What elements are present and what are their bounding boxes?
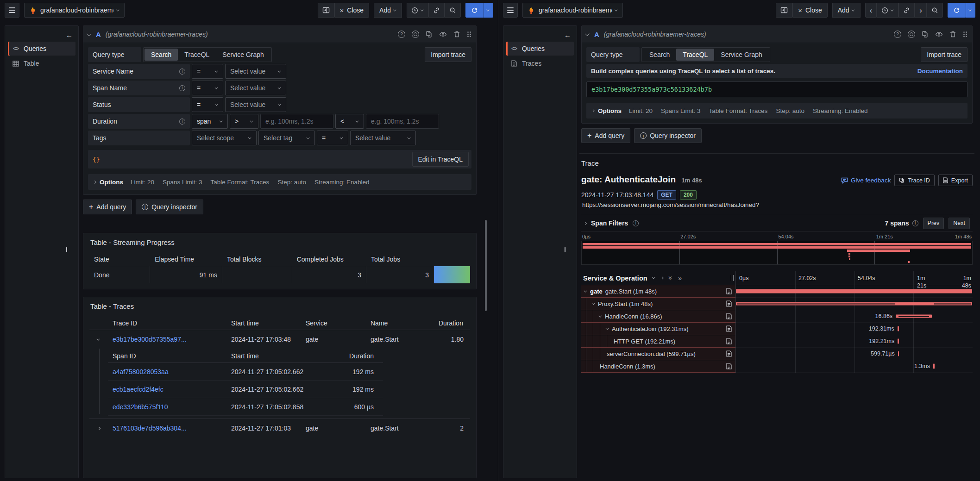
zoom-out-button[interactable]: [445, 3, 461, 18]
span-row[interactable]: AuthenticateJoin (192.31ms) 192.31ms: [581, 323, 973, 335]
close-pane-button[interactable]: ×Close: [792, 3, 828, 18]
trash-icon[interactable]: [949, 31, 956, 38]
collapse-outline-button[interactable]: ←: [66, 31, 73, 39]
log-icon[interactable]: [726, 338, 732, 344]
mega-menu-button[interactable]: [503, 3, 518, 18]
log-icon[interactable]: [726, 313, 732, 319]
run-query-interval-button[interactable]: [484, 3, 493, 18]
span-bar[interactable]: [898, 351, 899, 356]
tab-traceql[interactable]: TraceQL: [676, 49, 714, 61]
history-icon[interactable]: [908, 31, 915, 38]
tags-tag-select[interactable]: Select tag: [258, 131, 315, 145]
span-filters-bar[interactable]: Span Filters i 7 spans i Prev Next: [581, 215, 973, 231]
row-expand-toggle[interactable]: [89, 330, 108, 349]
run-query-button[interactable]: [948, 3, 966, 18]
export-button[interactable]: Export: [938, 175, 973, 186]
log-icon[interactable]: [726, 288, 732, 294]
copy-icon[interactable]: [426, 31, 433, 38]
span-row[interactable]: serverConnection.dial (599.71µs) 599.71µ…: [581, 348, 973, 360]
span-bar[interactable]: [736, 289, 973, 294]
eye-icon[interactable]: [935, 31, 943, 37]
copy-link-button[interactable]: [428, 3, 445, 18]
copy-icon[interactable]: [922, 31, 929, 38]
query-row-header[interactable]: A (grafanacloud-robinbraemer-traces) ?: [582, 26, 972, 43]
span-bar[interactable]: [898, 326, 899, 331]
duration-gt-select[interactable]: >: [230, 114, 258, 129]
expand-one-icon[interactable]: [661, 277, 663, 279]
chevron-down-icon[interactable]: [599, 314, 602, 317]
span-name-value-select[interactable]: Select value: [225, 81, 286, 95]
trace-id-link[interactable]: e3b17be300d57355a97...: [113, 336, 187, 343]
duration-max-input[interactable]: [366, 114, 439, 129]
copy-link-button[interactable]: [898, 3, 915, 18]
span-id-link[interactable]: ecb1aecfcd2f4efc: [113, 386, 163, 393]
tags-operator-select[interactable]: =: [317, 131, 348, 145]
span-bar[interactable]: [736, 302, 972, 306]
split-view-button[interactable]: [318, 3, 334, 18]
scrollbar-thumb[interactable]: [485, 220, 487, 311]
duration-min-input[interactable]: [260, 114, 333, 129]
service-name-value-select[interactable]: Select value: [225, 64, 286, 79]
zoom-out-button[interactable]: [927, 3, 943, 18]
expand-all-icon[interactable]: »: [678, 275, 682, 281]
tags-scope-select[interactable]: Select scope: [192, 131, 257, 145]
time-shift-forward-button[interactable]: ›: [915, 3, 927, 18]
log-icon[interactable]: [726, 300, 732, 307]
datasource-picker[interactable]: grafanacloud-robinbraemer: [24, 3, 125, 18]
span-id-link[interactable]: a4af7580028053aa: [113, 368, 169, 375]
log-icon[interactable]: [726, 350, 732, 357]
span-row[interactable]: gate gate.Start (1m 48s): [581, 285, 973, 298]
trace-id-link[interactable]: 5176103de7d596ab304...: [113, 425, 187, 432]
log-icon[interactable]: [726, 325, 732, 332]
log-icon[interactable]: [726, 363, 732, 369]
help-icon[interactable]: ?: [398, 31, 405, 38]
split-view-button[interactable]: [776, 3, 792, 18]
chevron-down-icon[interactable]: [592, 301, 595, 305]
traceql-query-input[interactable]: e3b17be300d57355a973c56133624b7b: [586, 81, 967, 97]
trace-minimap[interactable]: [581, 241, 973, 265]
sidebar-item-table[interactable]: Table: [8, 56, 75, 70]
span-row[interactable]: HandleConn (16.86s) 16.86s: [581, 310, 973, 323]
trace-id-button[interactable]: Trace ID: [894, 175, 934, 186]
sidebar-item-queries[interactable]: <> Queries: [506, 42, 574, 56]
mega-menu-button[interactable]: [5, 3, 19, 18]
tab-search[interactable]: Search: [144, 49, 178, 61]
span-row[interactable]: Proxy.Start (1m 48s): [581, 298, 973, 310]
run-query-interval-button[interactable]: [966, 3, 975, 18]
time-picker-button[interactable]: [877, 3, 898, 18]
import-trace-button[interactable]: Import trace: [425, 47, 471, 62]
add-query-button[interactable]: +Add query: [83, 200, 132, 214]
chevron-down-icon[interactable]: [606, 326, 609, 330]
span-row[interactable]: HandleConn (1.3ms) 1.3ms: [581, 360, 973, 373]
span-bar[interactable]: [898, 339, 899, 344]
add-button[interactable]: Add: [374, 3, 402, 18]
tab-service-graph[interactable]: Service Graph: [216, 49, 270, 61]
tags-value-select[interactable]: Select value: [350, 131, 416, 145]
duration-lt-select[interactable]: <: [335, 114, 364, 129]
run-query-button[interactable]: [465, 3, 484, 18]
import-trace-button[interactable]: Import trace: [921, 47, 967, 62]
tab-traceql[interactable]: TraceQL: [178, 49, 216, 61]
give-feedback-link[interactable]: Give feedback: [841, 177, 891, 184]
time-shift-back-button[interactable]: ‹: [865, 3, 877, 18]
history-icon[interactable]: [412, 31, 419, 38]
trash-icon[interactable]: [453, 31, 460, 38]
add-query-button[interactable]: +Add query: [581, 128, 630, 143]
time-picker-button[interactable]: [407, 3, 428, 18]
sidebar-item-queries[interactable]: <> Queries: [8, 42, 75, 56]
edit-in-traceql-button[interactable]: Edit in TraceQL: [412, 152, 469, 167]
column-resize-handle[interactable]: [731, 275, 734, 281]
service-name-operator-select[interactable]: =: [192, 64, 223, 79]
tab-service-graph[interactable]: Service Graph: [714, 49, 768, 61]
chevron-down-icon[interactable]: [584, 289, 587, 292]
tab-search[interactable]: Search: [643, 49, 676, 61]
eye-icon[interactable]: [439, 31, 447, 37]
options-row[interactable]: Options Limit: 20 Spans Limit: 3 Table F…: [586, 103, 967, 119]
close-pane-button[interactable]: ×Close: [334, 3, 370, 18]
collapse-all-icon[interactable]: »: [667, 276, 674, 280]
add-button[interactable]: Add: [832, 3, 861, 18]
span-id-link[interactable]: ede332b6b575f110: [113, 403, 168, 411]
datasource-picker[interactable]: grafanacloud-robinbraemer: [522, 3, 623, 18]
next-button[interactable]: Next: [949, 218, 970, 229]
query-row-header[interactable]: A (grafanacloud-robinbraemer-traces) ?: [83, 26, 476, 43]
